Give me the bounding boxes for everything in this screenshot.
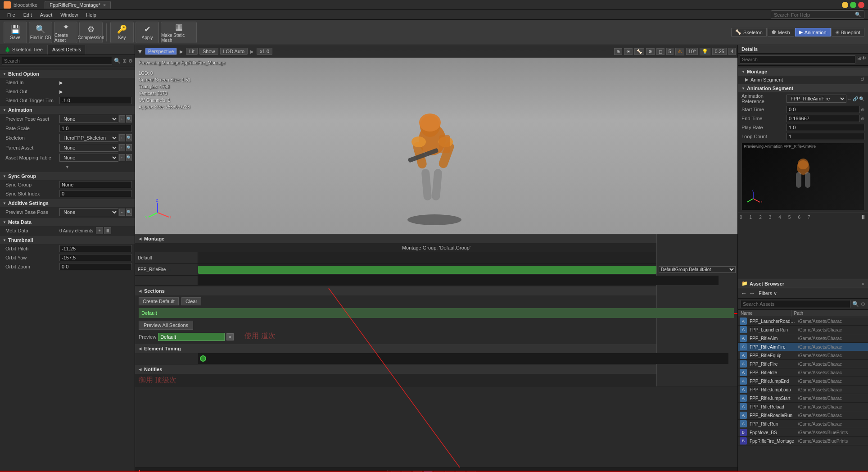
asset-item[interactable]: AFPP_LauncherRun/Game/Assets/Charac [738,326,868,334]
skeleton-select[interactable]: HeroFPP_Skeleton [59,134,118,142]
nav-forward-btn[interactable]: → [749,290,755,297]
help-search-input[interactable] [774,12,855,18]
asset-item[interactable]: AFPP_RifleFire/Game/Assets/Charac [738,360,868,368]
details-settings-icon[interactable]: 👁 [861,55,866,64]
rotation-snap-btn[interactable]: 10° [686,48,698,55]
meta-data-section[interactable]: Meta Data [0,218,135,226]
asset-item[interactable]: AFPP_RifleRun/Game/Assets/Charac [738,420,868,428]
help-search[interactable]: 🔍 [771,10,864,19]
preview-pose-search-icon[interactable]: 🔍 [126,115,132,123]
make-static-mesh-button[interactable]: ▦ Make Static Mesh [161,22,197,43]
asset-search-btn[interactable]: 🔍 [852,301,859,307]
filters-btn[interactable]: Filters ∨ [759,290,777,296]
asset-browser-close-icon[interactable]: × [862,281,864,286]
skeleton-tree-tab[interactable]: 🌲 Skeleton Tree [0,45,48,54]
menu-edit[interactable]: Edit [20,11,36,18]
asset-mapping-search-icon[interactable]: 🔍 [126,154,132,161]
apply-button[interactable]: ✔ Apply [136,22,159,43]
asset-search-input[interactable] [741,300,850,308]
start-time-input[interactable] [787,106,860,113]
anim-segment-header[interactable]: Animation Segment [738,84,868,92]
sync-group-section[interactable]: Sync Group [0,172,135,180]
base-pose-search-icon[interactable]: 🔍 [126,209,132,216]
settings-icon[interactable]: ⚙ [128,58,133,64]
asset-item[interactable]: AFPP_RifleJumpStart/Game/Assets/Charac [738,394,868,403]
lod-number-btn[interactable]: 5 [666,48,674,55]
lamp-icon[interactable]: 💡 [700,48,710,55]
asset-item[interactable]: AFPP_LauncherRoadieRun/Game/Assets/Chara… [738,317,868,326]
anim-ref-link-icon[interactable]: 🔗 [853,96,858,101]
close-btn[interactable] [858,2,864,8]
montage-section-header[interactable]: Montage [135,234,737,243]
menu-help[interactable]: Help [82,11,100,18]
anim-ref-select[interactable]: FPP_RifleAimFire [787,95,846,103]
minimize-btn[interactable] [842,2,848,8]
additive-section[interactable]: Additive Settings [0,199,135,207]
blend-trigger-value[interactable] [59,97,132,104]
mesh-tab[interactable]: ⬟ Mesh [768,28,794,36]
compression-button[interactable]: ⚙ Compression [79,22,103,43]
end-time-input[interactable] [787,115,860,122]
asset-details-tab[interactable]: Asset Details [48,45,86,54]
asset-item[interactable]: AFPP_RifleAim/Game/Assets/Charac [738,334,868,343]
asset-item[interactable]: BFppRifleFire_Montage/Game/Assets/BluePr… [738,437,868,445]
skeleton-nav-icon[interactable]: ← [119,134,125,141]
scale-snap-btn[interactable]: 0.25 [712,48,726,55]
asset-item[interactable]: AFPP_RifleRoadieRun/Game/Assets/Charac [738,411,868,420]
menu-asset[interactable]: Asset [36,11,56,18]
bone-settings-icon[interactable]: 🦴 [634,48,644,55]
preview-pose-nav-icon[interactable]: ← [119,115,125,123]
blend-trigger-input[interactable] [59,97,132,104]
thumbnail-section[interactable]: Thumbnail [0,236,135,244]
warning-icon[interactable]: ⚠ [675,48,684,55]
speed-btn[interactable]: x1.0 [257,48,272,55]
details-view-icon[interactable]: ⊞ [857,55,861,64]
track-extra-timeline[interactable] [198,276,719,285]
asset-mapping-select[interactable]: None [59,154,118,162]
asset-view-options-icon[interactable]: ⚙ [861,301,865,307]
asset-item[interactable]: BFppMove_BS/Game/Assets/BluePrints [738,428,868,437]
start-time-icon[interactable]: ⊕ [861,107,864,112]
end-time-icon[interactable]: ⊕ [861,116,864,121]
camera-fov-btn[interactable]: 4 [728,48,736,55]
preview-all-sections-btn[interactable]: Preview All Sections [139,321,193,330]
meta-data-add-icon[interactable]: + [96,227,103,234]
left-panel-search-input[interactable] [2,57,112,65]
grid-view-icon[interactable]: ⊞ [122,58,127,64]
rate-scale-input[interactable] [59,125,132,132]
et-timeline[interactable] [198,353,728,364]
lit-btn[interactable]: Lit [186,48,198,55]
skeleton-tab[interactable]: 🦴 Skeleton [731,28,767,36]
show-btn[interactable]: Show [199,48,218,55]
asset-item[interactable]: AFPP_RifleJumpLoop/Game/Assets/Charac [738,386,868,394]
loop-count-input[interactable] [787,133,864,140]
anim-segment-refresh-icon[interactable]: ↺ [860,77,864,82]
pause-preview-btn[interactable]: ⏸ [860,213,866,221]
sections-header[interactable]: Sections [135,286,737,295]
preview-base-pose-select[interactable]: None [59,208,118,216]
preview-pose-select[interactable]: None [59,115,118,123]
viewport[interactable]: ▼ Perspective ▶ Lit Show LOD Auto ▶ x1.0… [135,45,737,234]
main-tab[interactable]: FppRifleFire_Montage* × [45,1,111,9]
sync-slot-input[interactable] [59,190,132,197]
clear-btn[interactable]: Clear [181,297,201,305]
blend-option-section[interactable]: Blend Option [0,70,135,78]
anim-ref-nav-icon[interactable]: ← [847,96,852,101]
asset-mapping-nav-icon[interactable]: ← [119,154,125,161]
preview-input[interactable] [158,333,225,341]
parent-search-icon[interactable]: 🔍 [126,144,132,151]
lod-btn[interactable]: LOD Auto [220,48,248,55]
asset-item[interactable]: AFPP_RifleEquip/Game/Assets/Charac [738,351,868,360]
montage-details-header[interactable]: Montage [738,68,868,76]
preview-close-btn[interactable]: × [226,333,234,340]
base-pose-nav-icon[interactable]: ← [119,209,125,216]
meta-data-delete-icon[interactable]: 🗑 [104,227,111,234]
parent-asset-select[interactable]: None [59,144,118,152]
element-timing-header[interactable]: Element Timing [135,344,737,353]
asset-item[interactable]: AFPP_RifleReload/Game/Assets/Charac [738,403,868,411]
orbit-pitch-input[interactable] [59,245,132,252]
skeleton-search-icon[interactable]: 🔍 [126,134,132,141]
animation-section[interactable]: Animation [0,106,135,114]
key-button[interactable]: 🔑 Key [110,22,134,43]
menu-file[interactable]: File [4,11,19,18]
